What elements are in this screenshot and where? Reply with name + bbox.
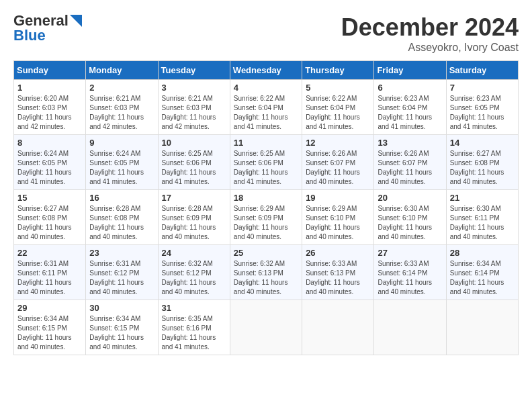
day-number: 29 [17, 303, 82, 313]
day-info: Sunrise: 6:28 AMSunset: 6:08 PMDaylight:… [89, 204, 154, 242]
day-number: 25 [234, 248, 298, 258]
day-info: Sunrise: 6:28 AMSunset: 6:09 PMDaylight:… [162, 204, 226, 242]
day-number: 9 [89, 138, 154, 148]
day-number: 14 [450, 138, 515, 148]
calendar-cell: 5Sunrise: 6:22 AMSunset: 6:04 PMDaylight… [302, 80, 374, 135]
calendar-week-row: 1Sunrise: 6:20 AMSunset: 6:03 PMDaylight… [14, 80, 519, 135]
calendar-cell: 2Sunrise: 6:21 AMSunset: 6:03 PMDaylight… [86, 80, 158, 135]
column-header-monday: Monday [86, 61, 158, 80]
day-info: Sunrise: 6:24 AMSunset: 6:05 PMDaylight:… [17, 149, 82, 187]
day-number: 26 [306, 248, 370, 258]
svg-marker-0 [70, 15, 82, 27]
day-info: Sunrise: 6:33 AMSunset: 6:14 PMDaylight:… [378, 259, 442, 297]
calendar-header-row: SundayMondayTuesdayWednesdayThursdayFrid… [14, 61, 519, 80]
day-info: Sunrise: 6:23 AMSunset: 6:04 PMDaylight:… [378, 94, 442, 132]
day-number: 27 [378, 248, 442, 258]
day-number: 15 [17, 193, 82, 203]
day-info: Sunrise: 6:30 AMSunset: 6:11 PMDaylight:… [450, 204, 515, 242]
calendar-cell: 12Sunrise: 6:26 AMSunset: 6:07 PMDayligh… [302, 135, 374, 190]
day-info: Sunrise: 6:33 AMSunset: 6:13 PMDaylight:… [306, 259, 370, 297]
day-info: Sunrise: 6:23 AMSunset: 6:05 PMDaylight:… [450, 94, 515, 132]
logo-icon [70, 15, 82, 27]
calendar-cell: 19Sunrise: 6:29 AMSunset: 6:10 PMDayligh… [302, 190, 374, 245]
calendar-cell: 15Sunrise: 6:27 AMSunset: 6:08 PMDayligh… [14, 190, 86, 245]
day-info: Sunrise: 6:22 AMSunset: 6:04 PMDaylight:… [234, 94, 298, 132]
calendar-cell: 31Sunrise: 6:35 AMSunset: 6:16 PMDayligh… [158, 300, 230, 355]
calendar-cell: 24Sunrise: 6:32 AMSunset: 6:12 PMDayligh… [158, 245, 230, 300]
calendar-cell: 25Sunrise: 6:32 AMSunset: 6:13 PMDayligh… [230, 245, 302, 300]
day-number: 17 [162, 193, 226, 203]
calendar-cell: 27Sunrise: 6:33 AMSunset: 6:14 PMDayligh… [374, 245, 446, 300]
column-header-sunday: Sunday [14, 61, 86, 80]
day-info: Sunrise: 6:31 AMSunset: 6:12 PMDaylight:… [89, 259, 154, 297]
day-number: 28 [450, 248, 515, 258]
day-info: Sunrise: 6:25 AMSunset: 6:06 PMDaylight:… [162, 149, 226, 187]
calendar-cell: 18Sunrise: 6:29 AMSunset: 6:09 PMDayligh… [230, 190, 302, 245]
day-info: Sunrise: 6:34 AMSunset: 6:14 PMDaylight:… [450, 259, 515, 297]
logo: General Blue [13, 13, 82, 43]
day-info: Sunrise: 6:25 AMSunset: 6:06 PMDaylight:… [234, 149, 298, 187]
day-number: 4 [234, 83, 298, 93]
day-info: Sunrise: 6:35 AMSunset: 6:16 PMDaylight:… [162, 314, 226, 352]
day-number: 11 [234, 138, 298, 148]
calendar-cell: 26Sunrise: 6:33 AMSunset: 6:13 PMDayligh… [302, 245, 374, 300]
day-number: 8 [17, 138, 82, 148]
day-info: Sunrise: 6:34 AMSunset: 6:15 PMDaylight:… [89, 314, 154, 352]
day-info: Sunrise: 6:24 AMSunset: 6:05 PMDaylight:… [89, 149, 154, 187]
column-header-saturday: Saturday [446, 61, 518, 80]
logo-blue-text: Blue [13, 28, 46, 43]
day-number: 5 [306, 83, 370, 93]
day-info: Sunrise: 6:20 AMSunset: 6:03 PMDaylight:… [17, 94, 82, 132]
calendar-cell: 8Sunrise: 6:24 AMSunset: 6:05 PMDaylight… [14, 135, 86, 190]
day-info: Sunrise: 6:32 AMSunset: 6:12 PMDaylight:… [162, 259, 226, 297]
calendar-week-row: 8Sunrise: 6:24 AMSunset: 6:05 PMDaylight… [14, 135, 519, 190]
calendar-cell: 13Sunrise: 6:26 AMSunset: 6:07 PMDayligh… [374, 135, 446, 190]
calendar-cell: 28Sunrise: 6:34 AMSunset: 6:14 PMDayligh… [446, 245, 518, 300]
calendar-cell: 1Sunrise: 6:20 AMSunset: 6:03 PMDaylight… [14, 80, 86, 135]
calendar-week-row: 29Sunrise: 6:34 AMSunset: 6:15 PMDayligh… [14, 300, 519, 355]
calendar-cell: 14Sunrise: 6:27 AMSunset: 6:08 PMDayligh… [446, 135, 518, 190]
day-number: 31 [162, 303, 226, 313]
day-info: Sunrise: 6:31 AMSunset: 6:11 PMDaylight:… [17, 259, 82, 297]
title-area: December 2024 Asseyokro, Ivory Coast [341, 13, 519, 54]
day-number: 2 [89, 83, 154, 93]
calendar-cell [230, 300, 302, 355]
calendar-cell: 21Sunrise: 6:30 AMSunset: 6:11 PMDayligh… [446, 190, 518, 245]
calendar-cell: 9Sunrise: 6:24 AMSunset: 6:05 PMDaylight… [86, 135, 158, 190]
day-info: Sunrise: 6:30 AMSunset: 6:10 PMDaylight:… [378, 204, 442, 242]
day-number: 21 [450, 193, 515, 203]
day-number: 3 [162, 83, 226, 93]
calendar-cell: 20Sunrise: 6:30 AMSunset: 6:10 PMDayligh… [374, 190, 446, 245]
day-number: 6 [378, 83, 442, 93]
day-number: 24 [162, 248, 226, 258]
day-number: 19 [306, 193, 370, 203]
day-info: Sunrise: 6:22 AMSunset: 6:04 PMDaylight:… [306, 94, 370, 132]
calendar-cell: 17Sunrise: 6:28 AMSunset: 6:09 PMDayligh… [158, 190, 230, 245]
calendar-cell [374, 300, 446, 355]
calendar-cell: 7Sunrise: 6:23 AMSunset: 6:05 PMDaylight… [446, 80, 518, 135]
calendar-cell: 29Sunrise: 6:34 AMSunset: 6:15 PMDayligh… [14, 300, 86, 355]
day-number: 20 [378, 193, 442, 203]
calendar-cell: 23Sunrise: 6:31 AMSunset: 6:12 PMDayligh… [86, 245, 158, 300]
page-header: General Blue December 2024 Asseyokro, Iv… [13, 13, 519, 54]
calendar-cell: 30Sunrise: 6:34 AMSunset: 6:15 PMDayligh… [86, 300, 158, 355]
day-info: Sunrise: 6:32 AMSunset: 6:13 PMDaylight:… [234, 259, 298, 297]
calendar-cell [446, 300, 518, 355]
day-info: Sunrise: 6:27 AMSunset: 6:08 PMDaylight:… [17, 204, 82, 242]
day-number: 1 [17, 83, 82, 93]
calendar-cell: 4Sunrise: 6:22 AMSunset: 6:04 PMDaylight… [230, 80, 302, 135]
day-info: Sunrise: 6:27 AMSunset: 6:08 PMDaylight:… [450, 149, 515, 187]
column-header-wednesday: Wednesday [230, 61, 302, 80]
calendar-week-row: 15Sunrise: 6:27 AMSunset: 6:08 PMDayligh… [14, 190, 519, 245]
column-header-friday: Friday [374, 61, 446, 80]
month-title: December 2024 [341, 13, 519, 42]
calendar-week-row: 22Sunrise: 6:31 AMSunset: 6:11 PMDayligh… [14, 245, 519, 300]
day-info: Sunrise: 6:29 AMSunset: 6:09 PMDaylight:… [234, 204, 298, 242]
day-info: Sunrise: 6:26 AMSunset: 6:07 PMDaylight:… [378, 149, 442, 187]
day-number: 30 [89, 303, 154, 313]
calendar-cell: 22Sunrise: 6:31 AMSunset: 6:11 PMDayligh… [14, 245, 86, 300]
calendar-table: SundayMondayTuesdayWednesdayThursdayFrid… [13, 60, 519, 355]
column-header-tuesday: Tuesday [158, 61, 230, 80]
day-info: Sunrise: 6:29 AMSunset: 6:10 PMDaylight:… [306, 204, 370, 242]
calendar-cell: 10Sunrise: 6:25 AMSunset: 6:06 PMDayligh… [158, 135, 230, 190]
